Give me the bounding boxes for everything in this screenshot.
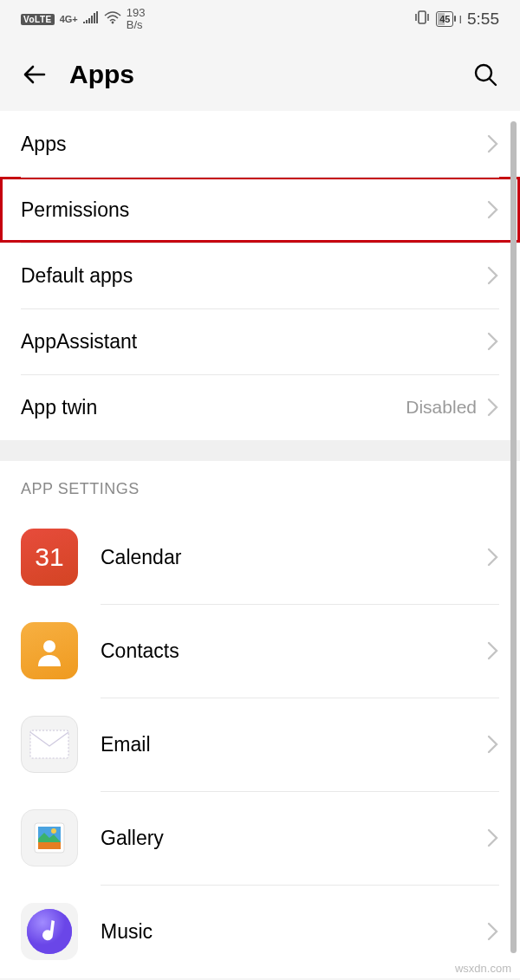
battery-icon: 45 [436,11,453,27]
row-label: Permissions [21,198,487,222]
gallery-icon [21,809,78,866]
svg-rect-1 [419,11,426,23]
row-permissions[interactable]: Permissions [0,177,520,243]
search-icon [472,62,498,88]
app-label: Calendar [101,546,487,569]
app-label: Music [101,920,487,944]
speed-value: 193 [127,7,146,19]
chevron-right-icon [487,548,499,567]
chevron-right-icon [487,134,499,153]
app-row-email[interactable]: Email [0,698,520,791]
chevron-right-icon [487,200,499,219]
row-default-apps[interactable]: Default apps [0,243,520,308]
row-label: Default apps [21,264,487,288]
app-header: Apps [0,38,520,111]
app-row-gallery[interactable]: Gallery [0,791,520,885]
chevron-right-icon [487,266,499,285]
network-speed: 193 B/s [127,7,146,30]
watermark: wsxdn.com [455,962,511,975]
app-settings-section: APP SETTINGS 31 Calendar Contacts Email [0,461,520,978]
row-apps[interactable]: Apps [0,111,520,177]
volte-badge: VoLTE [21,14,55,25]
chevron-right-icon [487,922,499,941]
row-label: Apps [21,133,487,156]
chevron-right-icon [487,828,499,847]
contacts-icon [21,622,78,679]
page-title: Apps [69,60,451,89]
row-value: Disabled [406,397,477,418]
app-row-contacts[interactable]: Contacts [0,604,520,698]
network-type: 4G+ [60,15,78,24]
app-row-calendar[interactable]: 31 Calendar [0,510,520,604]
vibrate-icon [413,10,431,29]
section-gap [0,440,520,461]
row-label: AppAssistant [21,330,487,354]
status-bar: VoLTE 4G+ 193 B/s 45 I 5:55 [0,0,520,38]
chevron-right-icon [487,332,499,351]
wifi-icon [104,11,121,28]
svg-rect-4 [30,730,68,758]
back-button[interactable] [17,57,52,92]
chevron-right-icon [487,398,499,417]
chevron-right-icon [487,735,499,754]
battery-level: 45 [439,14,450,24]
chevron-right-icon [487,641,499,660]
status-right: 45 I 5:55 [413,10,499,29]
music-icon [21,903,78,960]
svg-point-0 [111,21,114,23]
app-label: Contacts [101,639,487,663]
settings-list: Apps Permissions Default apps AppAssista… [0,111,520,440]
scrollbar[interactable] [510,121,517,953]
app-row-music[interactable]: Music [0,885,520,978]
back-arrow-icon [22,62,48,88]
calendar-date: 31 [35,542,63,572]
speed-unit: B/s [127,19,146,31]
status-left: VoLTE 4G+ 193 B/s [21,7,146,30]
section-title: APP SETTINGS [0,461,520,510]
row-app-assistant[interactable]: AppAssistant [0,308,520,374]
signal-icon [83,11,99,27]
row-app-twin[interactable]: App twin Disabled [0,374,520,440]
row-label: App twin [21,396,406,419]
calendar-icon: 31 [21,529,78,586]
svg-point-3 [43,640,55,652]
email-icon [21,716,78,773]
app-label: Email [101,733,487,756]
app-label: Gallery [101,827,487,850]
search-button[interactable] [468,57,503,92]
svg-point-7 [51,828,56,834]
svg-rect-8 [38,842,61,849]
clock: 5:55 [467,10,499,29]
